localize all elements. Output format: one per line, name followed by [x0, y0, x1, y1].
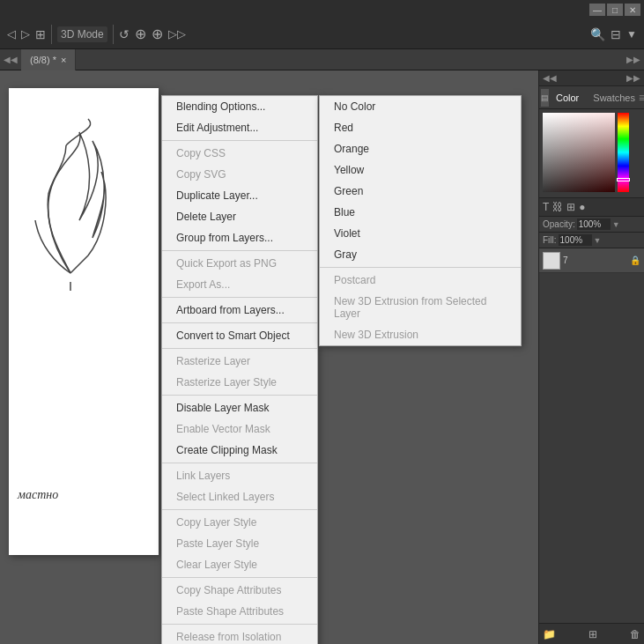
tab-close[interactable]: ×: [61, 55, 66, 65]
toolbar-icon-1[interactable]: ⊞: [35, 27, 46, 41]
toolbar-icon-scale[interactable]: ⊕: [152, 26, 163, 42]
nav-right-arrow[interactable]: ▶▶: [623, 55, 644, 64]
submenu-item-no-color[interactable]: No Color: [320, 96, 521, 117]
toolbar-arrow-left[interactable]: ◁: [7, 27, 16, 41]
fill-input[interactable]: [559, 234, 592, 246]
close-button[interactable]: ✕: [625, 4, 640, 16]
menu-item-rasterize-layer-style[interactable]: Rasterize Layer Style: [162, 372, 317, 393]
submenu-item-gray[interactable]: Gray: [320, 244, 521, 265]
submenu: No Color Red Orange Yellow Green Blue Vi…: [319, 95, 522, 346]
toolbar-icon-play[interactable]: ▷▷: [168, 27, 186, 41]
tab-label: (8/8) *: [30, 55, 56, 65]
submenu-item-new-3d[interactable]: New 3D Extrusion: [320, 324, 521, 345]
menu-item-edit-adjustment[interactable]: Edit Adjustment...: [162, 117, 317, 138]
menu-item-blending-options[interactable]: Blending Options...: [162, 96, 317, 117]
submenu-item-yellow[interactable]: Yellow: [320, 159, 521, 181]
delete-layer-icon[interactable]: 🗑: [630, 628, 640, 640]
menu-item-copy-css[interactable]: Copy CSS: [162, 143, 317, 164]
layers-icon-fx[interactable]: ⊞: [566, 201, 575, 213]
panel-menu-icon[interactable]: ≡: [639, 92, 644, 104]
canvas-white: мастно: [9, 88, 159, 555]
menu-item-artboard-from-layers[interactable]: Artboard from Layers...: [162, 300, 317, 321]
color-picker: [539, 109, 644, 197]
submenu-item-postcard[interactable]: Postcard: [320, 270, 521, 291]
menu-item-export-as[interactable]: Export As...: [162, 274, 317, 295]
panel-nav-right[interactable]: ▶▶: [626, 73, 640, 83]
panel-nav-left[interactable]: ◀◀: [543, 73, 557, 83]
maximize-button[interactable]: □: [607, 4, 623, 16]
color-spectrum-box[interactable]: [543, 113, 615, 192]
expand-icon[interactable]: ▼: [626, 28, 637, 41]
toolbar-icon-move[interactable]: ⊕: [135, 26, 146, 42]
menu-item-select-linked-layers[interactable]: Select Linked Layers: [162, 486, 317, 507]
submenu-item-blue[interactable]: Blue: [320, 202, 521, 223]
right-panel: ◀◀ ▶▶ ▤ Color Swatches ≡ T ⛓ ⊞ ●: [538, 70, 644, 644]
new-folder-icon[interactable]: 📁: [543, 628, 556, 640]
layers-icon-link[interactable]: ⛓: [552, 201, 563, 213]
submenu-item-green[interactable]: Green: [320, 181, 521, 202]
layer-item[interactable]: 7 🔒: [539, 248, 644, 273]
menu-item-paste-layer-style[interactable]: Paste Layer Style: [162, 533, 317, 554]
menu-item-disable-layer-mask[interactable]: Disable Layer Mask: [162, 397, 317, 418]
tab-swatches[interactable]: Swatches: [589, 91, 639, 105]
top-toolbar: ◁ ▷ ⊞ 3D Mode ↺ ⊕ ⊕ ▷▷ 🔍 ⊟ ▼: [0, 19, 644, 49]
menu-item-create-clipping-mask[interactable]: Create Clipping Mask: [162, 440, 317, 461]
toolbar-arrow-right[interactable]: ▷: [21, 27, 30, 41]
menu-item-copy-layer-style[interactable]: Copy Layer Style: [162, 512, 317, 533]
menu-item-convert-smart[interactable]: Convert to Smart Object: [162, 325, 317, 346]
toolbar-icon-rotate[interactable]: ↺: [119, 27, 130, 41]
menu-item-paste-shape-attrs[interactable]: Paste Shape Attributes: [162, 601, 317, 622]
menu-item-enable-vector-mask[interactable]: Enable Vector Mask: [162, 418, 317, 440]
opacity-input[interactable]: [577, 218, 611, 230]
context-menu: Blending Options... Edit Adjustment... C…: [161, 95, 318, 644]
opacity-dropdown[interactable]: ▼: [612, 220, 620, 229]
submenu-item-orange[interactable]: Orange: [320, 138, 521, 159]
fill-dropdown[interactable]: ▼: [594, 236, 602, 245]
menu-item-clear-layer-style[interactable]: Clear Layer Style: [162, 554, 317, 575]
panel-icon[interactable]: ⊟: [611, 27, 621, 41]
fill-label: Fill:: [543, 235, 557, 245]
nav-left-arrow[interactable]: ◀◀: [0, 55, 21, 64]
menu-item-group-from-layers[interactable]: Group from Layers...: [162, 227, 317, 248]
minimize-button[interactable]: —: [589, 4, 605, 16]
menu-item-copy-svg[interactable]: Copy SVG: [162, 164, 317, 185]
menu-item-rasterize-layer[interactable]: Rasterize Layer: [162, 351, 317, 372]
hue-bar[interactable]: [618, 113, 629, 192]
menu-item-copy-shape-attrs[interactable]: Copy Shape Attributes: [162, 580, 317, 601]
submenu-item-violet[interactable]: Violet: [320, 223, 521, 244]
tab-color[interactable]: Color: [552, 91, 582, 105]
menu-item-delete-layer[interactable]: Delete Layer: [162, 206, 317, 227]
panel-icon-left[interactable]: ▤: [541, 89, 549, 107]
tab-bar: ◀◀ (8/8) * × ▶▶: [0, 49, 644, 70]
menu-item-quick-export[interactable]: Quick Export as PNG: [162, 253, 317, 274]
opacity-label: Opacity:: [543, 219, 575, 229]
new-layer-icon[interactable]: ⊞: [588, 628, 597, 640]
menu-item-link-layers[interactable]: Link Layers: [162, 465, 317, 486]
search-icon[interactable]: 🔍: [590, 27, 605, 41]
toolbar-3d-mode[interactable]: 3D Mode: [57, 26, 107, 42]
submenu-item-new-3d-selected[interactable]: New 3D Extrusion from Selected Layer: [320, 291, 521, 324]
layers-icon-T[interactable]: T: [543, 201, 549, 213]
menu-item-duplicate-layer[interactable]: Duplicate Layer...: [162, 185, 317, 206]
tab-active[interactable]: (8/8) * ×: [21, 49, 76, 70]
layers-icon-circle[interactable]: ●: [579, 201, 585, 213]
lock-icon: 🔒: [630, 255, 640, 265]
menu-item-release-isolation[interactable]: Release from Isolation: [162, 626, 317, 644]
submenu-item-red[interactable]: Red: [320, 117, 521, 138]
